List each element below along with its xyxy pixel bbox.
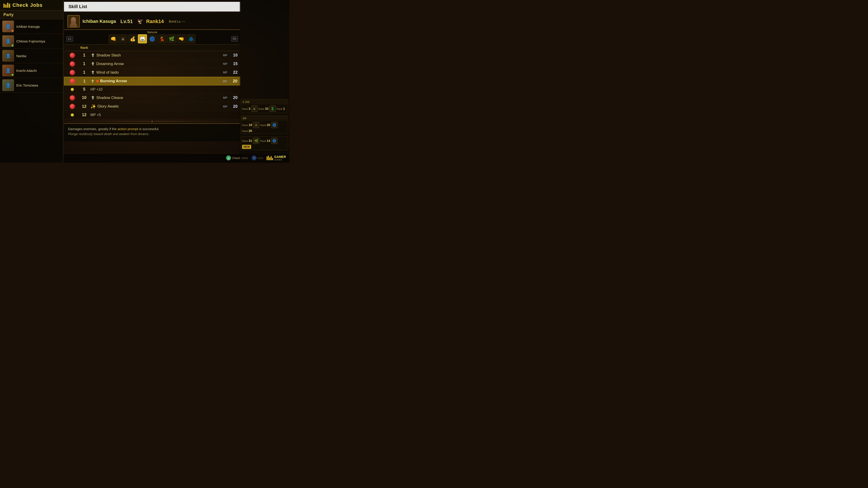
arrow-icon: 🗡 [90, 61, 95, 66]
char-portrait [67, 15, 80, 28]
left-panel: Check Jobs Party 👤 Ichiban Kasuga 👤 Chit… [0, 0, 63, 163]
skill-row-shadow-slash[interactable]: 1 🗡 Shadow Slash MP 10 [64, 51, 240, 60]
rank-icon-2-2: 🌀 [271, 122, 278, 128]
party-member-nanba[interactable]: 👤 Nanba [0, 48, 63, 63]
job-icon-samurai[interactable]: 🥋 [138, 34, 147, 43]
party-member-chitose[interactable]: 👤 Chitose Fujinomiya [0, 34, 63, 48]
mp-value-shadow-cleave: 20 [227, 95, 238, 100]
job-icon-swordsman[interactable]: ⚔ [119, 34, 127, 43]
char-bond: Bond Lv. --- [169, 20, 185, 23]
skill-name-glory-awaits: ✨ Glory Awaits [90, 104, 216, 109]
mp-label-shadow-slash: MP [216, 54, 227, 57]
rank-badge-3-2: Rank 14 [260, 139, 270, 142]
skill-dot-shadow-cleave [70, 95, 75, 100]
bar1 [3, 4, 5, 8]
check-jobs-header: Check Jobs [0, 0, 63, 11]
member-name-kasuga: Ichiban Kasuga [16, 25, 39, 29]
rank-icon-1-1: ⚔ [251, 105, 258, 112]
job-icon-dancer[interactable]: 💃 [157, 34, 166, 43]
party-list: 👤 Ichiban Kasuga 👤 Chitose Fujinomiya 👤 … [0, 19, 63, 93]
rank-badge-1-1: Rank 3 [242, 107, 250, 110]
skill-rank-mp: 12 [78, 112, 90, 117]
skill-row-mp-passive[interactable]: 12 MP +5 [64, 111, 240, 119]
action-prompt-text: action prompt [118, 127, 138, 131]
char-level: Lv.51 [121, 19, 133, 24]
char-info-bar: Ichiban Kasuga Lv.51 🦅 Rank14 Bond Lv. -… [64, 13, 240, 30]
skill-dot-wind-iaido [70, 70, 75, 75]
job-card-1-header: e Job [241, 99, 288, 104]
scroll-ornament: ◆ [64, 119, 240, 123]
skill-row-shadow-cleave[interactable]: 10 🗡 Shadow Cleave MP 20 [64, 94, 240, 102]
member-name-koichi: Koichi Adachi [16, 69, 37, 72]
skill-table-header: Rank [64, 44, 240, 51]
l1-button[interactable]: L1 [66, 36, 73, 41]
status-dot-chitose [11, 44, 13, 46]
rank-icon: 🦅 [137, 19, 143, 24]
avatar-koichi: 👤 [2, 65, 14, 76]
rank-icon-1-2: 💲 [270, 105, 276, 112]
skill-dot-dreaming-arrow [70, 61, 75, 66]
job-card-2-header: job [241, 116, 288, 121]
job-icon-rogue[interactable]: 🧥 [186, 34, 195, 43]
mp-label-burning-arrow: MP [216, 79, 227, 83]
mp-label-dreaming-arrow: MP [216, 62, 227, 66]
job-icon-fighter[interactable]: 🤜 [177, 34, 186, 43]
skill-row-hp-passive[interactable]: 5 HP +10 [64, 86, 240, 94]
mp-value-glory-awaits: 20 [227, 104, 238, 109]
job-icon-group: 👊 ⚔ 💰 🥋 🌀 💃 🌿 🤜 🧥 [74, 34, 230, 43]
job-icon-mage[interactable]: 🌀 [148, 34, 157, 43]
job-icon-merchant[interactable]: 💰 [128, 34, 137, 43]
job-card-2-ranks: Rank 18 ⚔ Rank 20 🌀 Rank 26 [241, 121, 288, 134]
job-icons-row: L1 👊 ⚔ 💰 🥋 🌀 💃 🌿 🤜 🧥 R1 [66, 34, 238, 43]
mp-value-wind-iaido: 22 [227, 70, 238, 75]
job-icon-brawler[interactable]: 👊 [109, 34, 118, 43]
sword-icon: 🗡 [90, 53, 95, 58]
bar2 [5, 4, 6, 8]
avatar-eric: 👤 [2, 79, 14, 91]
skill-name-hp: HP +10 [90, 88, 216, 92]
mp-value-shadow-slash: 10 [227, 53, 238, 58]
svg-rect-3 [71, 21, 76, 25]
rank-icon-3-2: 🌀 [271, 138, 278, 144]
skill-rank-shadow-cleave: 10 [78, 95, 90, 100]
skill-description: Damages enemies, greatly if the action p… [68, 127, 236, 131]
r1-button[interactable]: R1 [231, 36, 238, 41]
char-name: Ichiban Kasuga [83, 19, 116, 24]
wind-icon: 🗡 [90, 70, 95, 75]
skill-row-glory-awaits[interactable]: 12 ✨ Glory Awaits MP 20 [64, 102, 240, 111]
skill-row-wind-iaido[interactable]: 1 🗡 Wind of Iaido MP 22 [64, 68, 240, 77]
description-box: Damages enemies, greatly if the action p… [64, 123, 240, 141]
rank-badge-2-2: Rank 20 [260, 123, 270, 127]
skill-row-burning-arrow[interactable]: 1 🗡 Burning Arrow MP 20 [64, 77, 240, 86]
skill-row-dreaming-arrow[interactable]: 1 🗡 Dreaming Arrow MP 15 [64, 60, 240, 68]
skill-flavor-text: Plunge recklessly toward death and awake… [68, 132, 236, 136]
bar4 [9, 4, 10, 8]
job-card-1-ranks: Rank 3 ⚔ Rank 33 💲 Rank 1 [241, 104, 288, 113]
party-member-kasuga[interactable]: 👤 Ichiban Kasuga [0, 19, 63, 34]
party-member-koichi[interactable]: 👤 Koichi Adachi [0, 63, 63, 78]
skill-name-shadow-cleave: 🗡 Shadow Cleave [90, 95, 216, 100]
check-jobs-title: Check Jobs [12, 2, 43, 8]
skill-name-shadow-slash: 🗡 Shadow Slash [90, 53, 216, 58]
skill-rank-hp: 5 [78, 87, 90, 92]
mp-value-dreaming-arrow: 15 [227, 61, 238, 66]
job-card-2: job Rank 18 ⚔ Rank 20 🌀 Rank 26 [241, 116, 288, 134]
gamer-guides-logo: GAMER GUIDES [267, 155, 286, 161]
job-card-3: Rank 31 🌿 Rank 14 🌀 NEW [241, 136, 288, 150]
mp-label-wind-iaido: MP [216, 71, 227, 74]
skill-list-header: Skill List [64, 2, 240, 11]
rank-badge-2-3: Rank 26 [242, 129, 252, 133]
cleave-icon: 🗡 [90, 95, 95, 100]
member-name-eric: Eric Tomizawa [16, 84, 38, 87]
job-class-label: Samurai [66, 31, 238, 34]
check-jobs-icon [3, 3, 10, 8]
party-member-eric[interactable]: 👤 Eric Tomizawa [0, 78, 63, 93]
skill-table-area: Rank 1 🗡 Shadow Slash MP 10 1 🗡 Dreaming… [64, 44, 240, 123]
member-name-chitose: Chitose Fujinomiya [16, 39, 45, 43]
job-icon-healer[interactable]: 🌿 [167, 34, 176, 43]
rank-icon-3-1: 🌿 [253, 138, 259, 144]
fire-dot-icon [96, 80, 99, 83]
skill-rank-shadow-slash: 1 [78, 53, 90, 58]
right-panel: e Job Rank 3 ⚔ Rank 33 💲 Rank 1 job Rank… [240, 0, 289, 163]
gg-subtitle: GUIDES [274, 159, 286, 161]
